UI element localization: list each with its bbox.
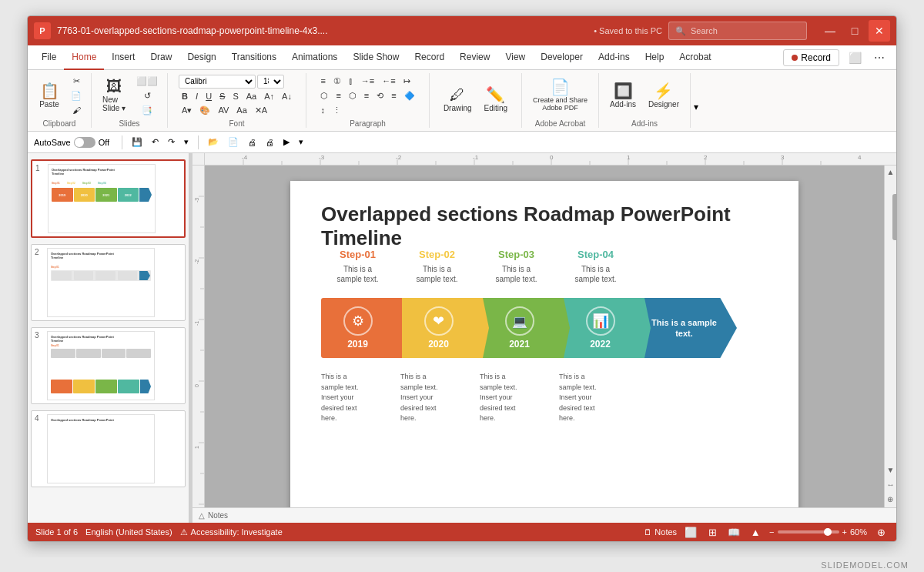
cut-button[interactable]: ✂ [68, 75, 85, 88]
search-box[interactable]: 🔍 Search [668, 22, 807, 40]
clear-format-button[interactable]: ✕A [252, 104, 270, 117]
tab-file[interactable]: File [34, 45, 64, 70]
highlight-button[interactable]: 🎨 [196, 104, 213, 117]
tab-acrobat[interactable]: Acrobat [671, 45, 718, 70]
zoom-out-button[interactable]: − [769, 527, 774, 537]
normal-view-button[interactable]: ⬜ [683, 524, 698, 540]
align-right-button[interactable]: ⬡ [346, 89, 360, 102]
undo-history-button[interactable]: ▾ [181, 135, 192, 149]
addins-button[interactable]: 🔲 Add-ins [605, 80, 641, 112]
numbering-button[interactable]: ① [330, 75, 344, 88]
tab-transitions[interactable]: Transitions [224, 45, 284, 70]
section-button[interactable]: 📑 [133, 104, 161, 117]
designer-button[interactable]: ⚡ Designer [644, 80, 684, 112]
redo-button[interactable]: ↷ [165, 135, 178, 149]
underline-button[interactable]: U [203, 90, 215, 102]
tab-review[interactable]: Review [452, 45, 497, 70]
minimize-button[interactable]: — [819, 20, 841, 42]
tab-draw[interactable]: Draw [142, 45, 179, 70]
text-direction-button[interactable]: ⟲ [373, 89, 387, 102]
layout-button[interactable]: ⬜⬜ [133, 75, 161, 88]
scroll-thumb[interactable] [892, 194, 897, 240]
tab-help[interactable]: Help [638, 45, 672, 70]
align-left-button[interactable]: ⬡ [317, 89, 331, 102]
reading-view-button[interactable]: 📖 [726, 524, 742, 540]
columns2-button[interactable]: ⋮ [330, 104, 344, 117]
autosave-switch[interactable] [74, 137, 95, 148]
presenter-view-button[interactable]: ▲ [748, 524, 763, 540]
transform-button[interactable]: Aa [233, 104, 249, 116]
copy-button[interactable]: 📄 [68, 89, 85, 102]
scroll-right-button[interactable]: ↔ [885, 478, 897, 491]
fit-slide-button[interactable]: ⊕ [873, 524, 889, 540]
align-text-button[interactable]: ≡ [388, 89, 399, 102]
editing-button[interactable]: ✏️ Editing [480, 84, 513, 115]
tab-view[interactable]: View [497, 45, 533, 70]
font-name-select[interactable]: Calibri [179, 75, 256, 89]
undo-button[interactable]: ↶ [149, 135, 162, 149]
new-slide-button[interactable]: 🖼 NewSlide ▾ [98, 75, 130, 115]
canvas-scroll[interactable]: Overlapped sections Roadmap PowerPoint T… [205, 166, 884, 507]
accessibility-warning[interactable]: ⚠ Accessibility: Investigate [180, 527, 283, 537]
open-folder-button[interactable]: 📂 [205, 135, 222, 149]
create-share-pdf-button[interactable]: 📄 Create and ShareAdobe PDF [528, 76, 592, 115]
maximize-button[interactable]: □ [844, 20, 865, 42]
close-button[interactable]: ✕ [869, 20, 890, 42]
italic-button[interactable]: I [192, 90, 201, 102]
char-spacing-button[interactable]: AV [215, 104, 232, 116]
slide-thumb-4[interactable]: 4 Overlapped sections Roadmap PowerPoint [31, 410, 186, 487]
tab-developer[interactable]: Developer [533, 45, 591, 70]
font-color-button[interactable]: A▾ [179, 104, 195, 117]
decrease-indent-button[interactable]: ←≡ [379, 75, 398, 87]
print2-button[interactable]: 🖨 [263, 136, 277, 149]
ribbon-expand-button[interactable]: ▾ [691, 73, 701, 128]
align-center-button[interactable]: ≡ [333, 89, 343, 102]
zoom-in-button[interactable]: + [842, 527, 847, 537]
notes-status-button[interactable]: 🗒 Notes [644, 527, 677, 537]
drawing-button[interactable]: 🖊 Drawing [439, 84, 477, 115]
notes-collapse-icon[interactable]: △ [199, 511, 205, 520]
reset-button[interactable]: ↺ [133, 89, 161, 102]
slideshow-button[interactable]: ▶ [280, 135, 293, 149]
scroll-down-button[interactable]: ▼ [885, 463, 897, 477]
slide-sorter-button[interactable]: ⊞ [705, 524, 720, 540]
ribbon-collapse-button[interactable]: ⬜ [844, 47, 865, 69]
increase-font-button[interactable]: A↑ [261, 90, 277, 102]
record-button[interactable]: Record [783, 49, 839, 66]
tab-record[interactable]: Record [407, 45, 452, 70]
format-painter-button[interactable]: 🖌 [68, 104, 85, 116]
scroll-left-button[interactable]: ⊕ [885, 493, 897, 506]
new-doc-button[interactable]: 📄 [225, 135, 242, 149]
autosave-toggle[interactable]: AutoSave Off [34, 137, 109, 148]
shadow-button[interactable]: S [229, 90, 241, 102]
smartart-button[interactable]: 🔷 [401, 89, 418, 102]
ribbon-more-button[interactable]: ⋯ [869, 47, 890, 69]
tab-design[interactable]: Design [179, 45, 223, 70]
print-button[interactable]: 🖨 [245, 136, 259, 149]
paste-button[interactable]: 📋 Paste [34, 80, 65, 112]
decrease-font-button[interactable]: A↓ [279, 90, 295, 102]
slide-thumb-1[interactable]: 1 Overlapped sections Roadmap PowerPoint… [31, 159, 186, 238]
slide-thumb-2[interactable]: 2 Overlapped sections Roadmap PowerPoint… [31, 244, 186, 321]
font-spacing-button[interactable]: Aa [243, 90, 259, 102]
zoom-control[interactable]: − + 60% [769, 527, 867, 537]
font-size-select[interactable]: 18 [257, 75, 284, 89]
tab-addins[interactable]: Add-ins [591, 45, 638, 70]
slide-thumb-3[interactable]: 3 Overlapped sections Roadmap PowerPoint… [31, 327, 186, 404]
justify-button[interactable]: ≡ [361, 89, 372, 102]
increase-indent-button[interactable]: →≡ [358, 75, 377, 87]
strikethrough-button[interactable]: S [216, 90, 228, 102]
save-quick-button[interactable]: 💾 [129, 135, 146, 149]
tab-insert[interactable]: Insert [104, 45, 142, 70]
vertical-scrollbar[interactable]: ▲ ▼ ↔ ⊕ [884, 166, 896, 507]
bullets-button[interactable]: ≡ [317, 75, 328, 87]
scroll-up-button[interactable]: ▲ [885, 166, 896, 179]
columns-button[interactable]: ⫿ [346, 75, 357, 87]
rtl-button[interactable]: ↦ [400, 75, 413, 88]
line-spacing-button[interactable]: ↕ [317, 104, 328, 116]
zoom-slider[interactable] [778, 530, 839, 534]
tab-animations[interactable]: Animations [284, 45, 345, 70]
tab-slideshow[interactable]: Slide Show [345, 45, 407, 70]
more-button[interactable]: ▾ [296, 135, 306, 149]
bold-button[interactable]: B [179, 90, 191, 102]
